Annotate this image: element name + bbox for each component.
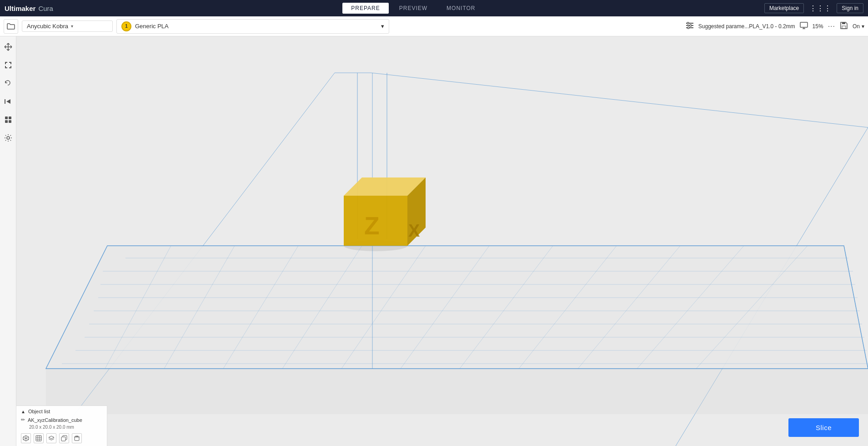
save-icon[interactable] <box>840 21 848 31</box>
object-list-panel: ▲ Object list ✏ AK_xyzCalibration_cube 2… <box>16 405 107 446</box>
settings-area: Suggested parame...PLA_V1.0 - 0.2mm 15% … <box>686 21 864 31</box>
svg-rect-9 <box>842 26 846 29</box>
logo-ultimaker: Ultimaker <box>5 5 35 12</box>
svg-marker-26 <box>46 246 868 369</box>
svg-rect-63 <box>36 436 41 441</box>
settings-icon[interactable] <box>686 21 694 31</box>
undo-button[interactable] <box>2 77 14 89</box>
svg-rect-14 <box>5 120 8 123</box>
viewport[interactable]: Z X ▲ Object list ✏ AK_xyzCalibration_cu… <box>16 36 868 446</box>
svg-rect-15 <box>9 120 11 123</box>
dots-icon[interactable]: ··· <box>828 22 835 30</box>
object-list-header: ▲ Object list <box>21 409 102 414</box>
screen-icon[interactable] <box>800 21 808 31</box>
animate-button[interactable] <box>2 96 14 107</box>
infill-percent: 15% <box>813 23 823 30</box>
tab-preview[interactable]: PREVIEW <box>391 3 436 14</box>
top-navigation: Ultimaker Cura PREPARE PREVIEW MONITOR M… <box>0 0 868 16</box>
tab-prepare[interactable]: PREPARE <box>342 3 388 14</box>
edit-icon: ✏ <box>21 417 25 423</box>
svg-line-69 <box>49 439 51 440</box>
open-folder-button[interactable] <box>4 19 18 34</box>
printer-selector[interactable]: Anycubic Kobra ▾ <box>22 20 113 32</box>
svg-marker-25 <box>46 369 868 414</box>
settings-profile-text: Suggested parame...PLA_V1.0 - 0.2mm <box>698 23 795 30</box>
svg-line-70 <box>51 439 54 440</box>
printer-chevron-icon: ▾ <box>71 24 73 29</box>
scale-tool-button[interactable] <box>2 59 14 71</box>
on-label: On <box>853 23 860 30</box>
svg-text:Z: Z <box>364 212 380 240</box>
slice-button[interactable]: Slice <box>788 418 859 437</box>
material-selector[interactable]: 1 Generic PLA ▾ <box>116 19 389 34</box>
svg-rect-73 <box>75 437 79 441</box>
viewport-svg: Z X <box>16 36 868 446</box>
nav-tabs: PREPARE PREVIEW MONITOR <box>67 3 760 14</box>
on-chevron-icon: ▾ <box>862 23 864 30</box>
collapse-icon[interactable]: ▲ <box>21 409 25 414</box>
left-toolbar <box>0 36 16 446</box>
logo-cura: Cura <box>38 5 53 12</box>
material-chevron-icon: ▾ <box>381 23 384 30</box>
on-toggle[interactable]: On ▾ <box>853 23 864 30</box>
material-number: 1 <box>125 24 128 29</box>
object-item[interactable]: ✏ AK_xyzCalibration_cube <box>21 416 102 424</box>
svg-point-16 <box>7 137 10 139</box>
object-list-title: Object list <box>28 409 50 414</box>
svg-text:X: X <box>408 221 420 240</box>
main-toolbar: Anycubic Kobra ▾ 1 Generic PLA ▾ Suggest… <box>0 16 868 36</box>
svg-rect-10 <box>842 22 845 24</box>
delete-icon[interactable] <box>72 433 82 443</box>
svg-marker-68 <box>49 436 54 439</box>
signin-button[interactable]: Sign in <box>837 3 863 13</box>
svg-point-5 <box>687 27 689 29</box>
cube-icon[interactable] <box>21 433 31 443</box>
mesh-icon[interactable] <box>34 433 44 443</box>
arrange-button[interactable] <box>2 114 14 126</box>
object-name: AK_xyzCalibration_cube <box>28 417 82 423</box>
nav-right: Marketplace ⋮⋮⋮ Sign in <box>764 3 863 13</box>
svg-rect-72 <box>61 437 65 441</box>
marketplace-button[interactable]: Marketplace <box>764 3 804 13</box>
svg-rect-11 <box>5 99 5 104</box>
object-dimensions: 20.0 x 20.0 x 20.0 mm <box>21 424 102 431</box>
svg-rect-13 <box>9 117 11 119</box>
printer-name: Anycubic Kobra <box>27 23 68 30</box>
tool-settings-button[interactable] <box>2 132 14 144</box>
svg-point-3 <box>687 22 689 24</box>
svg-point-4 <box>690 25 692 26</box>
svg-rect-12 <box>5 117 8 119</box>
grid-icon[interactable]: ⋮⋮⋮ <box>809 4 831 13</box>
tab-monitor[interactable]: MONITOR <box>438 3 484 14</box>
svg-rect-6 <box>800 22 808 27</box>
material-name: Generic PLA <box>135 23 169 30</box>
material-badge: 1 <box>121 21 131 31</box>
copy-icon[interactable] <box>59 433 69 443</box>
move-tool-button[interactable] <box>2 41 14 53</box>
app-logo: Ultimaker Cura <box>5 5 53 12</box>
main-area: Z X ▲ Object list ✏ AK_xyzCalibration_cu… <box>0 36 868 446</box>
layer-icon[interactable] <box>46 433 56 443</box>
object-action-icons <box>21 431 102 443</box>
